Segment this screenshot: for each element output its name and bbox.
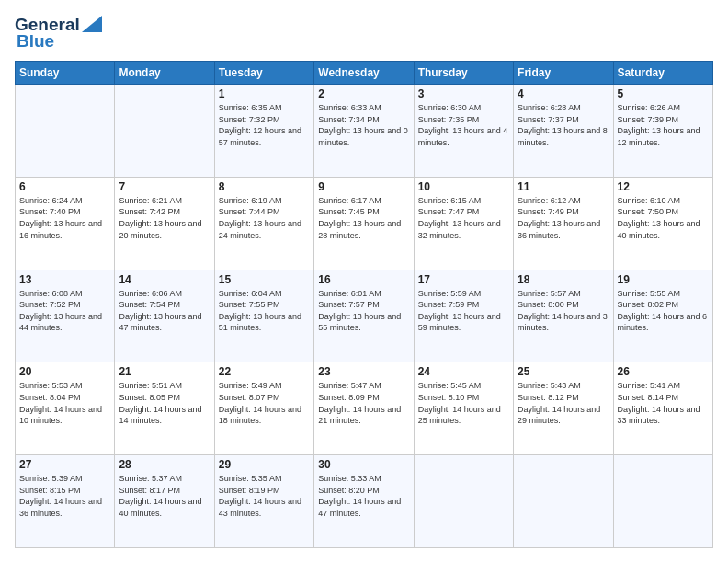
week-row-4: 20Sunrise: 5:53 AM Sunset: 8:04 PM Dayli… — [16, 362, 713, 455]
calendar-cell — [16, 85, 115, 178]
calendar-cell: 19Sunrise: 5:55 AM Sunset: 8:02 PM Dayli… — [613, 270, 712, 362]
header: General Blue — [15, 15, 713, 52]
calendar-cell: 27Sunrise: 5:39 AM Sunset: 8:15 PM Dayli… — [16, 455, 115, 548]
weekday-header-tuesday: Tuesday — [214, 62, 313, 85]
calendar-cell: 5Sunrise: 6:26 AM Sunset: 7:39 PM Daylig… — [613, 85, 712, 178]
day-number: 23 — [318, 365, 409, 378]
day-detail: Sunrise: 5:41 AM Sunset: 8:14 PM Dayligh… — [618, 381, 700, 425]
day-number: 21 — [119, 365, 210, 378]
day-detail: Sunrise: 6:04 AM Sunset: 7:55 PM Dayligh… — [219, 289, 301, 333]
day-detail: Sunrise: 5:53 AM Sunset: 8:04 PM Dayligh… — [19, 381, 102, 425]
calendar-cell: 4Sunrise: 6:28 AM Sunset: 7:37 PM Daylig… — [514, 85, 613, 178]
day-number: 27 — [19, 458, 110, 471]
day-detail: Sunrise: 5:47 AM Sunset: 8:09 PM Dayligh… — [318, 381, 401, 425]
day-number: 12 — [618, 180, 709, 193]
week-row-5: 27Sunrise: 5:39 AM Sunset: 8:15 PM Dayli… — [16, 455, 713, 548]
calendar-cell: 18Sunrise: 5:57 AM Sunset: 8:00 PM Dayli… — [514, 270, 613, 362]
calendar-cell: 6Sunrise: 6:24 AM Sunset: 7:40 PM Daylig… — [16, 177, 115, 270]
logo: General Blue — [15, 15, 102, 52]
day-detail: Sunrise: 6:21 AM Sunset: 7:42 PM Dayligh… — [119, 196, 201, 240]
calendar-cell: 24Sunrise: 5:45 AM Sunset: 8:10 PM Dayli… — [414, 362, 513, 455]
day-detail: Sunrise: 6:26 AM Sunset: 7:39 PM Dayligh… — [618, 103, 700, 147]
calendar-cell: 16Sunrise: 6:01 AM Sunset: 7:57 PM Dayli… — [314, 270, 414, 362]
calendar-cell: 15Sunrise: 6:04 AM Sunset: 7:55 PM Dayli… — [214, 270, 313, 362]
day-detail: Sunrise: 6:12 AM Sunset: 7:49 PM Dayligh… — [518, 196, 600, 240]
week-row-2: 6Sunrise: 6:24 AM Sunset: 7:40 PM Daylig… — [16, 177, 713, 270]
day-detail: Sunrise: 6:01 AM Sunset: 7:57 PM Dayligh… — [318, 289, 401, 333]
day-number: 13 — [19, 273, 110, 286]
day-detail: Sunrise: 5:39 AM Sunset: 8:15 PM Dayligh… — [19, 474, 102, 518]
day-number: 17 — [418, 273, 509, 286]
day-number: 29 — [219, 458, 310, 471]
weekday-header-wednesday: Wednesday — [314, 62, 414, 85]
weekday-header-sunday: Sunday — [16, 62, 115, 85]
day-number: 2 — [318, 87, 409, 100]
day-number: 25 — [518, 365, 609, 378]
day-detail: Sunrise: 5:33 AM Sunset: 8:20 PM Dayligh… — [318, 474, 401, 518]
calendar-cell: 12Sunrise: 6:10 AM Sunset: 7:50 PM Dayli… — [613, 177, 712, 270]
calendar-cell: 22Sunrise: 5:49 AM Sunset: 8:07 PM Dayli… — [214, 362, 313, 455]
calendar-cell: 29Sunrise: 5:35 AM Sunset: 8:19 PM Dayli… — [214, 455, 313, 548]
weekday-header-saturday: Saturday — [613, 62, 712, 85]
day-detail: Sunrise: 5:43 AM Sunset: 8:12 PM Dayligh… — [518, 381, 600, 425]
day-detail: Sunrise: 5:51 AM Sunset: 8:05 PM Dayligh… — [119, 381, 201, 425]
day-detail: Sunrise: 6:19 AM Sunset: 7:44 PM Dayligh… — [219, 196, 301, 240]
calendar-cell: 11Sunrise: 6:12 AM Sunset: 7:49 PM Dayli… — [514, 177, 613, 270]
day-number: 18 — [518, 273, 609, 286]
day-number: 22 — [219, 365, 310, 378]
calendar-cell — [115, 85, 214, 178]
calendar-cell: 8Sunrise: 6:19 AM Sunset: 7:44 PM Daylig… — [214, 177, 313, 270]
day-number: 10 — [418, 180, 509, 193]
day-number: 14 — [119, 273, 210, 286]
calendar-cell: 25Sunrise: 5:43 AM Sunset: 8:12 PM Dayli… — [514, 362, 613, 455]
day-number: 5 — [618, 87, 709, 100]
calendar-table: SundayMondayTuesdayWednesdayThursdayFrid… — [15, 61, 713, 548]
day-detail: Sunrise: 6:35 AM Sunset: 7:32 PM Dayligh… — [219, 103, 301, 147]
svg-marker-0 — [82, 16, 102, 32]
calendar-cell: 10Sunrise: 6:15 AM Sunset: 7:47 PM Dayli… — [414, 177, 513, 270]
day-number: 6 — [19, 180, 110, 193]
day-number: 30 — [318, 458, 409, 471]
day-detail: Sunrise: 5:55 AM Sunset: 8:02 PM Dayligh… — [618, 289, 708, 333]
day-detail: Sunrise: 6:10 AM Sunset: 7:50 PM Dayligh… — [618, 196, 700, 240]
calendar-cell: 14Sunrise: 6:06 AM Sunset: 7:54 PM Dayli… — [115, 270, 214, 362]
day-number: 16 — [318, 273, 409, 286]
weekday-header-friday: Friday — [514, 62, 613, 85]
calendar-cell: 13Sunrise: 6:08 AM Sunset: 7:52 PM Dayli… — [16, 270, 115, 362]
calendar-cell: 28Sunrise: 5:37 AM Sunset: 8:17 PM Dayli… — [115, 455, 214, 548]
calendar-cell: 3Sunrise: 6:30 AM Sunset: 7:35 PM Daylig… — [414, 85, 513, 178]
day-number: 20 — [19, 365, 110, 378]
logo-triangle-icon — [82, 16, 102, 32]
page: General Blue SundayMondayTuesdayWednesda… — [0, 0, 728, 563]
calendar-cell: 1Sunrise: 6:35 AM Sunset: 7:32 PM Daylig… — [214, 85, 313, 178]
day-number: 8 — [219, 180, 310, 193]
calendar-cell: 9Sunrise: 6:17 AM Sunset: 7:45 PM Daylig… — [314, 177, 414, 270]
calendar-cell: 17Sunrise: 5:59 AM Sunset: 7:59 PM Dayli… — [414, 270, 513, 362]
day-number: 15 — [219, 273, 310, 286]
calendar-cell: 26Sunrise: 5:41 AM Sunset: 8:14 PM Dayli… — [613, 362, 712, 455]
calendar-cell — [414, 455, 513, 548]
day-detail: Sunrise: 6:08 AM Sunset: 7:52 PM Dayligh… — [19, 289, 102, 333]
day-detail: Sunrise: 6:33 AM Sunset: 7:34 PM Dayligh… — [318, 103, 408, 147]
day-number: 24 — [418, 365, 509, 378]
day-number: 28 — [119, 458, 210, 471]
logo-blue: Blue — [17, 31, 54, 52]
day-detail: Sunrise: 6:30 AM Sunset: 7:35 PM Dayligh… — [418, 103, 508, 147]
calendar-cell: 2Sunrise: 6:33 AM Sunset: 7:34 PM Daylig… — [314, 85, 414, 178]
day-detail: Sunrise: 5:45 AM Sunset: 8:10 PM Dayligh… — [418, 381, 501, 425]
day-detail: Sunrise: 6:06 AM Sunset: 7:54 PM Dayligh… — [119, 289, 201, 333]
weekday-header-monday: Monday — [115, 62, 214, 85]
calendar-cell: 7Sunrise: 6:21 AM Sunset: 7:42 PM Daylig… — [115, 177, 214, 270]
weekday-header-row: SundayMondayTuesdayWednesdayThursdayFrid… — [16, 62, 713, 85]
weekday-header-thursday: Thursday — [414, 62, 513, 85]
day-number: 3 — [418, 87, 509, 100]
calendar-cell: 21Sunrise: 5:51 AM Sunset: 8:05 PM Dayli… — [115, 362, 214, 455]
week-row-1: 1Sunrise: 6:35 AM Sunset: 7:32 PM Daylig… — [16, 85, 713, 178]
day-detail: Sunrise: 6:15 AM Sunset: 7:47 PM Dayligh… — [418, 196, 501, 240]
day-number: 26 — [618, 365, 709, 378]
day-number: 9 — [318, 180, 409, 193]
day-detail: Sunrise: 5:37 AM Sunset: 8:17 PM Dayligh… — [119, 474, 201, 518]
day-number: 7 — [119, 180, 210, 193]
day-number: 4 — [518, 87, 609, 100]
day-number: 19 — [618, 273, 709, 286]
